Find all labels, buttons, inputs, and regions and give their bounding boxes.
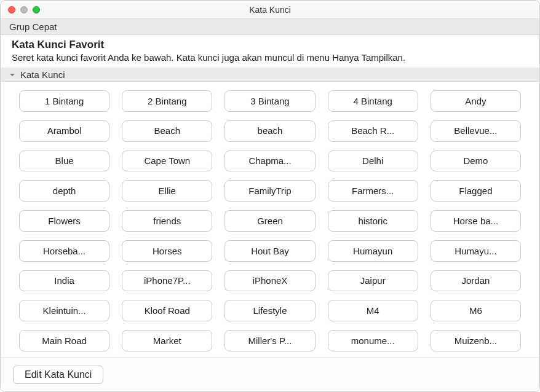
favorites-description: Seret kata kunci favorit Anda ke bawah. … (12, 52, 528, 63)
keyword-button[interactable]: iPhone7P... (122, 270, 212, 292)
keyword-button[interactable]: Kleintuin... (19, 300, 109, 321)
keyword-button[interactable]: Flagged (431, 180, 521, 202)
keyword-button[interactable]: Hout Bay (224, 240, 315, 262)
keyword-button[interactable]: Kloof Road (122, 300, 212, 321)
titlebar: Kata Kunci (1, 1, 539, 19)
keyword-button[interactable]: Lifestyle (224, 300, 315, 321)
keyword-button[interactable]: 4 Bintang (328, 90, 418, 112)
keyword-button[interactable]: Demo (431, 151, 521, 172)
keyword-button[interactable]: FamilyTrip (224, 180, 315, 202)
window-title: Kata Kunci (1, 5, 539, 15)
close-icon[interactable] (8, 6, 15, 14)
keyword-button[interactable]: 3 Bintang (224, 90, 315, 112)
keyword-button[interactable]: friends (122, 210, 212, 232)
keyword-button[interactable]: Beach (122, 120, 212, 142)
keyword-button[interactable]: iPhoneX (224, 270, 315, 292)
keyword-button[interactable]: Horses (122, 240, 212, 262)
keywords-disclosure-row[interactable]: Kata Kunci (1, 68, 539, 82)
keyword-button[interactable]: Andy (431, 90, 521, 112)
keyword-button[interactable]: Main Road (19, 330, 109, 351)
keyword-button[interactable]: Horse ba... (431, 210, 521, 232)
keyword-button[interactable]: 2 Bintang (122, 90, 212, 112)
keywords-section-label: Kata Kunci (20, 69, 65, 80)
keyword-button[interactable]: historic (328, 210, 418, 232)
keyword-button[interactable]: 1 Bintang (19, 90, 109, 112)
keyword-button[interactable]: Ellie (122, 180, 212, 202)
favorites-section: Kata Kunci Favorit Seret kata kunci favo… (1, 35, 539, 68)
keyword-button[interactable]: Green (224, 210, 315, 232)
keyword-button[interactable]: Beach R... (328, 120, 418, 142)
keyword-button[interactable]: Humayun (328, 240, 418, 262)
keyword-button[interactable]: Humayu... (431, 240, 521, 262)
keyword-button[interactable]: Flowers (19, 210, 109, 232)
keyword-button[interactable]: India (19, 270, 109, 292)
favorites-title: Kata Kunci Favorit (12, 39, 528, 51)
keyword-button[interactable]: depth (19, 180, 109, 202)
keyword-button[interactable]: Muizenb... (431, 330, 521, 351)
chevron-down-icon (8, 71, 17, 79)
footer: Edit Kata Kunci (1, 358, 539, 391)
keyword-button[interactable]: Arambol (19, 120, 109, 142)
edit-keywords-button[interactable]: Edit Kata Kunci (13, 366, 103, 384)
zoom-icon[interactable] (33, 6, 40, 14)
keyword-button[interactable]: beach (224, 120, 315, 142)
keywords-window: Kata Kunci Grup Cepat Kata Kunci Favorit… (0, 0, 540, 392)
keyword-button[interactable]: Market (122, 330, 212, 351)
keyword-grid: 1 Bintang2 Bintang3 Bintang4 BintangAndy… (1, 82, 539, 358)
quick-group-header: Grup Cepat (1, 19, 539, 35)
keyword-button[interactable]: Cape Town (122, 151, 212, 172)
keyword-button[interactable]: M6 (431, 300, 521, 321)
keyword-button[interactable]: Horseba... (19, 240, 109, 262)
keyword-button[interactable]: M4 (328, 300, 418, 321)
keyword-button[interactable]: monume... (328, 330, 418, 351)
minimize-icon[interactable] (20, 6, 28, 14)
keyword-button[interactable]: Chapma... (224, 151, 315, 172)
keyword-button[interactable]: Blue (19, 151, 109, 172)
keyword-button[interactable]: Bellevue... (431, 120, 521, 142)
keyword-button[interactable]: Farmers... (328, 180, 418, 202)
keyword-button[interactable]: Miller's P... (224, 330, 315, 351)
keyword-button[interactable]: Jaipur (328, 270, 418, 292)
keyword-button[interactable]: Jordan (431, 270, 521, 292)
traffic-lights (1, 6, 40, 14)
keyword-button[interactable]: Delhi (328, 151, 418, 172)
